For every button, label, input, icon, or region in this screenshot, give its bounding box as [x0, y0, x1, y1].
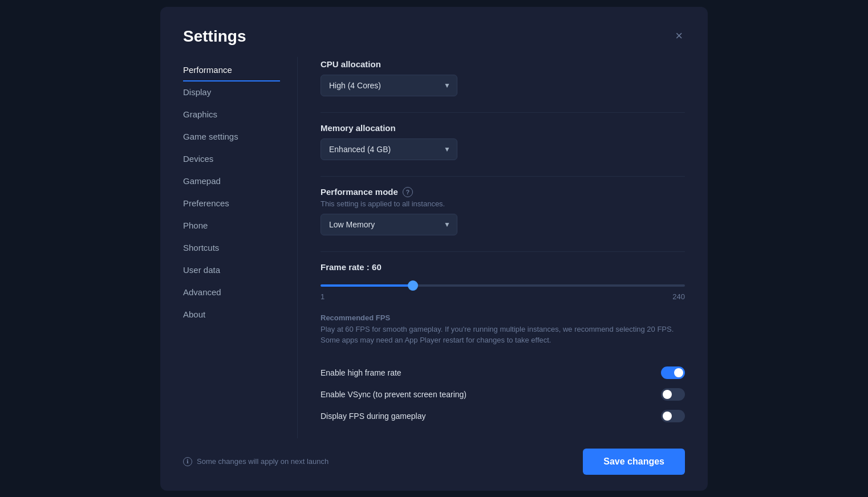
toggle-row-display-fps: Display FPS during gameplay: [321, 405, 685, 427]
toggle-high-frame-rate[interactable]: [661, 366, 685, 379]
frame-rate-slider[interactable]: [321, 284, 685, 287]
settings-modal: Settings × PerformanceDisplayGraphicsGam…: [160, 7, 708, 491]
performance-mode-sublabel: This setting is applied to all instances…: [321, 199, 685, 208]
memory-allocation-label: Memory allocation: [321, 123, 685, 133]
performance-mode-help-icon[interactable]: ?: [403, 187, 413, 197]
toggle-label-high-frame-rate: Enable high frame rate: [321, 368, 401, 377]
frame-rate-slider-container: 1 240: [321, 279, 685, 301]
memory-allocation-section: Memory allocation Standard (2 GB)Enhance…: [321, 123, 685, 160]
slider-min-label: 1: [321, 292, 325, 301]
footer-note-text: Some changes will apply on next launch: [197, 457, 328, 466]
close-button[interactable]: ×: [673, 27, 685, 44]
cpu-allocation-select[interactable]: Low (1 Core)Medium (2 Cores)High (4 Core…: [321, 75, 457, 96]
sidebar-item-devices[interactable]: Devices: [183, 148, 280, 170]
sidebar-item-shortcuts[interactable]: Shortcuts: [183, 237, 280, 259]
footer-note-icon: ℹ: [183, 457, 192, 466]
sidebar-item-advanced[interactable]: Advanced: [183, 282, 280, 304]
toggle-row-high-frame-rate: Enable high frame rate: [321, 362, 685, 384]
sidebar-item-about[interactable]: About: [183, 304, 280, 326]
toggle-row-vsync: Enable VSync (to prevent screen tearing): [321, 384, 685, 405]
save-button[interactable]: Save changes: [583, 449, 685, 475]
performance-mode-select[interactable]: Low MemoryBalancedHigh Performance: [321, 214, 457, 235]
sidebar-item-display[interactable]: Display: [183, 82, 280, 104]
cpu-allocation-label: CPU allocation: [321, 59, 685, 69]
sidebar-item-graphics[interactable]: Graphics: [183, 104, 280, 126]
modal-title: Settings: [183, 27, 246, 46]
modal-footer: ℹ Some changes will apply on next launch…: [160, 438, 708, 491]
frame-rate-label: Frame rate : 60: [321, 262, 685, 272]
slider-max-label: 240: [672, 292, 685, 301]
sidebar-item-game-settings[interactable]: Game settings: [183, 126, 280, 148]
toggle-label-display-fps: Display FPS during gameplay: [321, 412, 425, 421]
sidebar-item-preferences[interactable]: Preferences: [183, 193, 280, 215]
sidebar-item-user-data[interactable]: User data: [183, 259, 280, 282]
sidebar-item-performance[interactable]: Performance: [183, 59, 280, 82]
toggle-display-fps[interactable]: [661, 410, 685, 422]
footer-note: ℹ Some changes will apply on next launch: [183, 457, 328, 466]
toggle-label-vsync: Enable VSync (to prevent screen tearing): [321, 390, 467, 399]
divider-3: [321, 251, 685, 252]
modal-header: Settings ×: [160, 7, 708, 57]
performance-mode-label-text: Performance mode: [321, 187, 398, 197]
modal-body: PerformanceDisplayGraphicsGame settingsD…: [160, 57, 708, 438]
fps-note-section: Recommended FPS Play at 60 FPS for smoot…: [321, 313, 685, 346]
cpu-allocation-section: CPU allocation Low (1 Core)Medium (2 Cor…: [321, 59, 685, 96]
memory-allocation-select[interactable]: Standard (2 GB)Enhanced (4 GB)High (8 GB…: [321, 138, 457, 160]
frame-rate-section: Frame rate : 60 1 240: [321, 262, 685, 301]
performance-mode-label-row: Performance mode ?: [321, 187, 685, 197]
sidebar: PerformanceDisplayGraphicsGame settingsD…: [183, 57, 297, 438]
main-content: CPU allocation Low (1 Core)Medium (2 Cor…: [297, 57, 685, 438]
slider-range-labels: 1 240: [321, 292, 685, 301]
performance-mode-section: Performance mode ? This setting is appli…: [321, 187, 685, 235]
toggles-section: Enable high frame rateEnable VSync (to p…: [321, 362, 685, 427]
divider-2: [321, 176, 685, 177]
cpu-select-wrapper: Low (1 Core)Medium (2 Cores)High (4 Core…: [321, 75, 457, 96]
fps-note-title: Recommended FPS: [321, 313, 685, 322]
memory-select-wrapper: Standard (2 GB)Enhanced (4 GB)High (8 GB…: [321, 138, 457, 160]
toggle-vsync[interactable]: [661, 388, 685, 401]
divider-1: [321, 112, 685, 113]
fps-note-text: Play at 60 FPS for smooth gameplay. If y…: [321, 324, 685, 346]
sidebar-item-gamepad[interactable]: Gamepad: [183, 170, 280, 193]
performance-mode-select-wrapper: Low MemoryBalancedHigh Performance ▼: [321, 214, 457, 235]
sidebar-item-phone[interactable]: Phone: [183, 215, 280, 237]
